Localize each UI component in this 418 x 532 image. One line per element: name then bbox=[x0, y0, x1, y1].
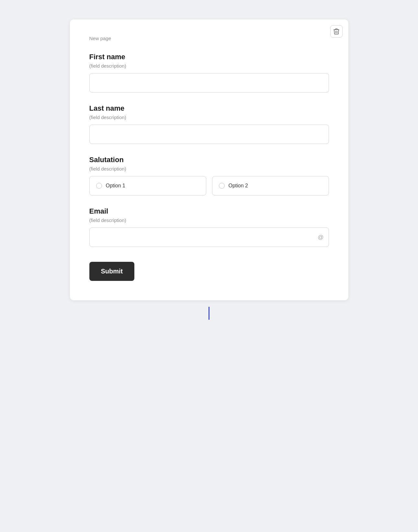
salutation-option-2-label: Option 2 bbox=[229, 183, 248, 189]
first-name-description: (field description) bbox=[89, 63, 329, 69]
salutation-option-2[interactable]: Option 2 bbox=[212, 176, 329, 195]
email-input[interactable] bbox=[89, 227, 329, 247]
last-name-description: (field description) bbox=[89, 115, 329, 120]
email-input-wrapper: @ bbox=[89, 227, 329, 247]
email-label: Email bbox=[89, 207, 329, 216]
radio-circle-2 bbox=[219, 183, 225, 189]
email-section: Email (field description) @ bbox=[89, 207, 329, 247]
email-description: (field description) bbox=[89, 217, 329, 223]
first-name-input[interactable] bbox=[89, 73, 329, 93]
bottom-line bbox=[209, 307, 209, 320]
first-name-section: First name (field description) bbox=[89, 53, 329, 93]
last-name-section: Last name (field description) bbox=[89, 104, 329, 144]
salutation-section: Salutation (field description) Option 1 … bbox=[89, 156, 329, 195]
salutation-radio-group: Option 1 Option 2 bbox=[89, 176, 329, 195]
salutation-label: Salutation bbox=[89, 156, 329, 164]
radio-circle-1 bbox=[96, 183, 102, 189]
form-card: New page First name (field description) … bbox=[70, 19, 348, 300]
first-name-label: First name bbox=[89, 53, 329, 61]
salutation-option-1[interactable]: Option 1 bbox=[89, 176, 206, 195]
page-label: New page bbox=[89, 36, 329, 41]
page-wrapper: New page First name (field description) … bbox=[70, 19, 348, 320]
salutation-description: (field description) bbox=[89, 166, 329, 172]
delete-button[interactable] bbox=[330, 25, 343, 38]
submit-button[interactable]: Submit bbox=[89, 262, 135, 281]
salutation-option-1-label: Option 1 bbox=[106, 183, 125, 189]
last-name-label: Last name bbox=[89, 104, 329, 113]
last-name-input[interactable] bbox=[89, 125, 329, 144]
